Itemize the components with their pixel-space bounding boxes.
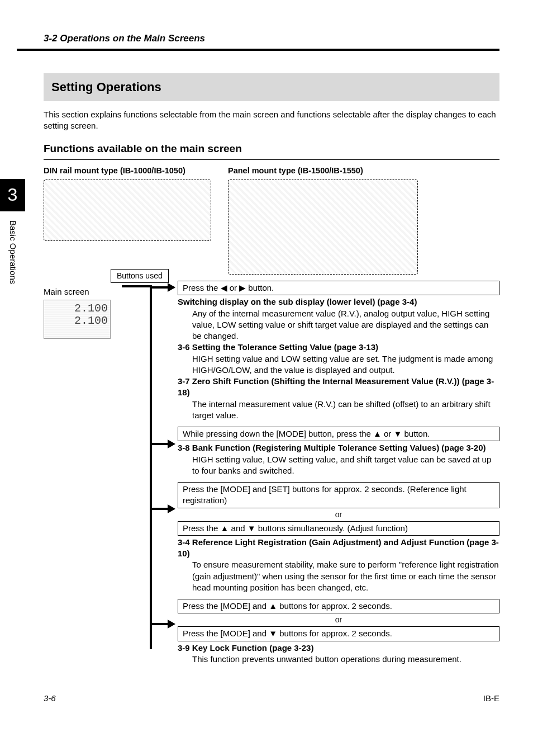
flow-arrow [150,286,174,289]
col-b-heading: Panel mount type (IB-1500/IB-1550) [228,166,418,177]
desc-body: The internal measurement value (R.V.) ca… [178,399,499,422]
desc-title: 3-4 Reference Light Registration (Gain A… [178,537,499,560]
page-title: Setting Operations [44,73,499,101]
desc-body: HIGH setting value, LOW setting value, a… [178,454,499,477]
desc-body: This function prevents unwanted button o… [178,654,499,665]
main-screen-lcd: 2.100 2.100 [44,300,111,339]
chapter-number: 3 [0,179,25,211]
flow-arrow [150,508,174,510]
flow-connector [122,285,152,287]
lcd-value-top: 2.100 [46,303,108,315]
col-a-heading: DIN rail mount type (IB-1000/IB-1050) [44,166,211,177]
or-label: or [178,615,499,625]
action-box: While pressing down the [MODE] button, p… [178,427,499,441]
desc-title: 3-9 Key Lock Function (page 3-23) [178,642,499,654]
desc-title: 3-6 Setting the Tolerance Setting Value … [178,342,499,353]
subheading: Functions available on the main screen [44,141,499,160]
page-number: 3-6 [44,693,56,704]
flow-arrow [150,443,174,445]
desc-body: Any of the internal measurement value (R… [178,308,499,342]
chapter-label: Basic Operations [0,211,18,284]
din-rail-device-illustration [44,179,211,241]
lcd-value-bottom: 2.100 [46,315,108,327]
chapter-tab: 3 Basic Operations [0,179,25,336]
section-header: 3-2 Operations on the Main Screens [17,32,499,45]
desc-title: 3-7 Zero Shift Function (Shifting the In… [178,376,499,399]
action-box: Press the ◀ or ▶ button. [178,281,499,295]
action-box: Press the [MODE] and [SET] buttons for a… [178,482,499,508]
or-label: or [178,509,499,520]
main-screen-label: Main screen [44,286,144,297]
flow-trunk [150,287,152,649]
flow-arrow [150,623,174,625]
action-box: Press the [MODE] and ▼ buttons for appro… [178,626,499,641]
panel-mount-device-illustration [228,179,418,275]
doc-id: IB-E [483,693,499,704]
desc-title: 3-8 Bank Function (Registering Multiple … [178,442,499,453]
action-box: Press the [MODE] and ▲ buttons for appro… [178,599,499,613]
desc-body: To ensure measurement stability, make su… [178,559,499,593]
desc-title: Switching display on the sub display (lo… [178,296,499,308]
action-box: Press the ▲ and ▼ buttons simultaneously… [178,521,499,536]
intro-text: This section explains functions selectab… [44,109,499,132]
desc-body: HIGH setting value and LOW setting value… [178,353,499,376]
